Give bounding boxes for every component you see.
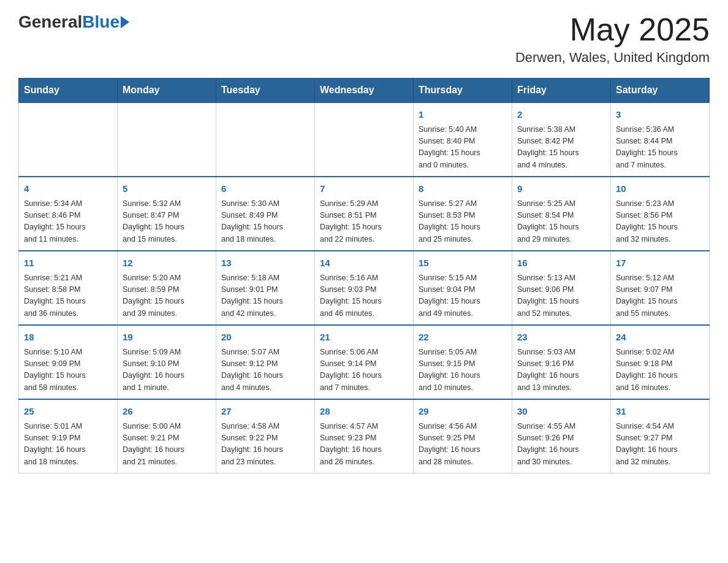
day-number: 25	[24, 405, 112, 419]
calendar-cell: 12Sunrise: 5:20 AM Sunset: 8:59 PM Dayli…	[118, 251, 216, 325]
logo: General Blue	[18, 12, 129, 32]
day-number: 14	[320, 256, 408, 270]
day-number: 13	[221, 256, 309, 270]
day-info: Sunrise: 5:32 AM Sunset: 8:47 PM Dayligh…	[123, 198, 211, 246]
calendar-cell: 19Sunrise: 5:09 AM Sunset: 9:10 PM Dayli…	[118, 325, 216, 399]
day-number: 1	[419, 108, 507, 122]
calendar-cell: 16Sunrise: 5:13 AM Sunset: 9:06 PM Dayli…	[512, 251, 611, 325]
day-number: 26	[123, 405, 211, 419]
calendar-cell: 29Sunrise: 4:56 AM Sunset: 9:25 PM Dayli…	[414, 399, 512, 473]
calendar-cell	[216, 102, 315, 177]
day-number: 19	[123, 331, 211, 345]
day-number: 8	[419, 182, 507, 196]
day-number: 30	[517, 405, 605, 419]
day-of-week-header: Thursday	[414, 79, 512, 103]
day-of-week-header: Tuesday	[216, 79, 315, 103]
calendar-cell: 3Sunrise: 5:36 AM Sunset: 8:44 PM Daylig…	[611, 102, 710, 177]
day-number: 21	[320, 331, 408, 345]
day-number: 16	[517, 256, 605, 270]
calendar-cell: 8Sunrise: 5:27 AM Sunset: 8:53 PM Daylig…	[414, 177, 512, 251]
day-number: 20	[221, 331, 309, 345]
day-info: Sunrise: 5:21 AM Sunset: 8:58 PM Dayligh…	[24, 272, 112, 320]
day-number: 22	[419, 331, 507, 345]
day-info: Sunrise: 4:54 AM Sunset: 9:27 PM Dayligh…	[616, 421, 704, 469]
calendar-cell: 27Sunrise: 4:58 AM Sunset: 9:22 PM Dayli…	[216, 399, 315, 473]
day-info: Sunrise: 5:00 AM Sunset: 9:21 PM Dayligh…	[123, 421, 211, 469]
location-text: Derwen, Wales, United Kingdom	[515, 50, 710, 66]
day-info: Sunrise: 4:55 AM Sunset: 9:26 PM Dayligh…	[517, 421, 605, 469]
calendar-cell: 1Sunrise: 5:40 AM Sunset: 8:40 PM Daylig…	[414, 102, 512, 177]
logo-general-text: General	[18, 12, 82, 32]
calendar-week-row: 11Sunrise: 5:21 AM Sunset: 8:58 PM Dayli…	[19, 251, 710, 325]
calendar-cell: 10Sunrise: 5:23 AM Sunset: 8:56 PM Dayli…	[611, 177, 710, 251]
calendar-cell: 4Sunrise: 5:34 AM Sunset: 8:46 PM Daylig…	[19, 177, 118, 251]
day-number: 10	[616, 182, 704, 196]
day-info: Sunrise: 5:30 AM Sunset: 8:49 PM Dayligh…	[221, 198, 309, 246]
day-info: Sunrise: 4:56 AM Sunset: 9:25 PM Dayligh…	[419, 421, 507, 469]
day-number: 18	[24, 331, 112, 345]
calendar-cell: 7Sunrise: 5:29 AM Sunset: 8:51 PM Daylig…	[315, 177, 414, 251]
day-number: 27	[221, 405, 309, 419]
day-info: Sunrise: 4:58 AM Sunset: 9:22 PM Dayligh…	[221, 421, 309, 469]
day-of-week-header: Saturday	[611, 79, 710, 103]
calendar-header-row: SundayMondayTuesdayWednesdayThursdayFrid…	[19, 79, 710, 103]
day-of-week-header: Friday	[512, 79, 611, 103]
day-of-week-header: Sunday	[19, 79, 118, 103]
calendar-cell: 22Sunrise: 5:05 AM Sunset: 9:15 PM Dayli…	[414, 325, 512, 399]
day-number: 7	[320, 182, 408, 196]
calendar-cell: 15Sunrise: 5:15 AM Sunset: 9:04 PM Dayli…	[414, 251, 512, 325]
calendar-cell: 20Sunrise: 5:07 AM Sunset: 9:12 PM Dayli…	[216, 325, 315, 399]
calendar-cell: 21Sunrise: 5:06 AM Sunset: 9:14 PM Dayli…	[315, 325, 414, 399]
calendar-cell	[118, 102, 216, 177]
calendar-cell: 13Sunrise: 5:18 AM Sunset: 9:01 PM Dayli…	[216, 251, 315, 325]
day-number: 29	[419, 405, 507, 419]
calendar-week-row: 18Sunrise: 5:10 AM Sunset: 9:09 PM Dayli…	[19, 325, 710, 399]
calendar-cell	[315, 102, 414, 177]
day-info: Sunrise: 5:03 AM Sunset: 9:16 PM Dayligh…	[517, 347, 605, 394]
logo-arrow-icon	[121, 16, 129, 28]
day-number: 5	[123, 182, 211, 196]
day-number: 3	[616, 108, 704, 122]
day-info: Sunrise: 5:29 AM Sunset: 8:51 PM Dayligh…	[320, 198, 408, 246]
day-info: Sunrise: 5:38 AM Sunset: 8:42 PM Dayligh…	[517, 124, 605, 172]
day-info: Sunrise: 5:27 AM Sunset: 8:53 PM Dayligh…	[419, 198, 507, 246]
day-number: 17	[616, 256, 704, 270]
day-info: Sunrise: 5:34 AM Sunset: 8:46 PM Dayligh…	[24, 198, 112, 246]
calendar-cell: 9Sunrise: 5:25 AM Sunset: 8:54 PM Daylig…	[512, 177, 611, 251]
day-info: Sunrise: 5:20 AM Sunset: 8:59 PM Dayligh…	[123, 272, 211, 320]
title-area: May 2025 Derwen, Wales, United Kingdom	[515, 12, 710, 66]
day-number: 6	[221, 182, 309, 196]
day-info: Sunrise: 4:57 AM Sunset: 9:23 PM Dayligh…	[320, 421, 408, 469]
day-info: Sunrise: 5:05 AM Sunset: 9:15 PM Dayligh…	[419, 347, 507, 394]
day-info: Sunrise: 5:25 AM Sunset: 8:54 PM Dayligh…	[517, 198, 605, 246]
day-number: 9	[517, 182, 605, 196]
day-number: 2	[517, 108, 605, 122]
day-number: 11	[24, 256, 112, 270]
logo-blue-part: Blue	[82, 12, 129, 32]
logo-blue-text: Blue	[82, 12, 119, 32]
calendar-cell: 28Sunrise: 4:57 AM Sunset: 9:23 PM Dayli…	[315, 399, 414, 473]
calendar-cell: 24Sunrise: 5:02 AM Sunset: 9:18 PM Dayli…	[611, 325, 710, 399]
day-info: Sunrise: 5:12 AM Sunset: 9:07 PM Dayligh…	[616, 272, 704, 320]
day-info: Sunrise: 5:16 AM Sunset: 9:03 PM Dayligh…	[320, 272, 408, 320]
day-info: Sunrise: 5:15 AM Sunset: 9:04 PM Dayligh…	[419, 272, 507, 320]
calendar-cell: 2Sunrise: 5:38 AM Sunset: 8:42 PM Daylig…	[512, 102, 611, 177]
calendar-cell: 6Sunrise: 5:30 AM Sunset: 8:49 PM Daylig…	[216, 177, 315, 251]
calendar-cell: 23Sunrise: 5:03 AM Sunset: 9:16 PM Dayli…	[512, 325, 611, 399]
day-number: 23	[517, 331, 605, 345]
calendar-cell: 26Sunrise: 5:00 AM Sunset: 9:21 PM Dayli…	[118, 399, 216, 473]
day-info: Sunrise: 5:13 AM Sunset: 9:06 PM Dayligh…	[517, 272, 605, 320]
calendar-table: SundayMondayTuesdayWednesdayThursdayFrid…	[18, 78, 710, 473]
calendar-week-row: 1Sunrise: 5:40 AM Sunset: 8:40 PM Daylig…	[19, 102, 710, 177]
calendar-cell: 17Sunrise: 5:12 AM Sunset: 9:07 PM Dayli…	[611, 251, 710, 325]
day-info: Sunrise: 5:40 AM Sunset: 8:40 PM Dayligh…	[419, 124, 507, 172]
day-info: Sunrise: 5:07 AM Sunset: 9:12 PM Dayligh…	[221, 347, 309, 394]
calendar-cell: 25Sunrise: 5:01 AM Sunset: 9:19 PM Dayli…	[19, 399, 118, 473]
day-number: 15	[419, 256, 507, 270]
day-number: 24	[616, 331, 704, 345]
month-title: May 2025	[515, 12, 710, 47]
day-info: Sunrise: 5:09 AM Sunset: 9:10 PM Dayligh…	[123, 347, 211, 394]
day-number: 28	[320, 405, 408, 419]
calendar-cell: 11Sunrise: 5:21 AM Sunset: 8:58 PM Dayli…	[19, 251, 118, 325]
calendar-week-row: 4Sunrise: 5:34 AM Sunset: 8:46 PM Daylig…	[19, 177, 710, 251]
